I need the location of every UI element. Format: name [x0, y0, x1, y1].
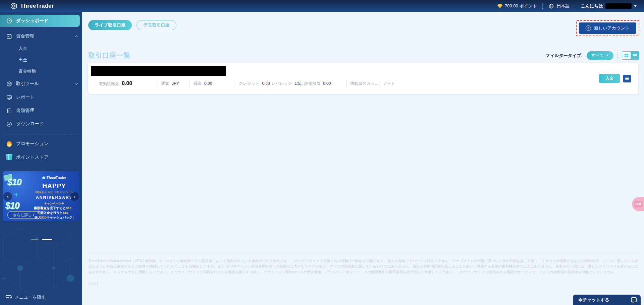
- sidebar-subitem-deposit[interactable]: 入金: [0, 44, 82, 54]
- filter-selected-value: すべて: [591, 53, 604, 58]
- language-selector[interactable]: 日本語: [548, 3, 570, 9]
- user-menu[interactable]: こんにちは: [581, 3, 637, 9]
- field-leverage: レバレッジ1:5...: [267, 80, 300, 87]
- gift-icon: [6, 154, 12, 160]
- sidebar-item-label: ポイントストア: [16, 154, 49, 160]
- field-pl: 評価損益0.00: [300, 80, 346, 87]
- banner-campaign-tag: キャンペーン中: [32, 202, 77, 206]
- filter-type-dropdown[interactable]: すべて: [587, 51, 613, 60]
- chevron-down-icon: [606, 55, 609, 56]
- download-icon: [6, 121, 12, 127]
- brand-name: ThreeTrader: [20, 3, 54, 9]
- points-display[interactable]: 700.00 ポイント: [497, 3, 537, 9]
- hide-menu-button[interactable]: メニューを隠す: [6, 294, 46, 300]
- chat-bubble-icon: [631, 297, 637, 302]
- grid-icon: [625, 54, 628, 57]
- carousel-dot-active[interactable]: [42, 239, 52, 240]
- banner-line-1: 書類審査を完了すると$10、: [32, 206, 77, 210]
- sidebar-subitem-withdrawal[interactable]: 出金: [0, 55, 82, 65]
- field-equity: 有効証拠金0.00: [95, 80, 157, 87]
- grid-view-button[interactable]: [622, 52, 631, 59]
- sidebar-item-label: プロモーション: [16, 141, 48, 147]
- translate-floating-button[interactable]: 中A: [632, 197, 644, 211]
- calendar-icon: [6, 33, 12, 39]
- red-dashed-highlight: + 新しいアカウント: [576, 20, 639, 36]
- sidebar-item-funds-management[interactable]: 資金管理: [0, 30, 82, 42]
- promo-banner[interactable]: $10 + $10 ThreeTrader HAPPY 3周年ありがとうキャンペ…: [3, 171, 79, 221]
- knot-logo-icon: [10, 2, 17, 10]
- sidebar-item-dashboard[interactable]: ダッシュボード: [0, 15, 80, 27]
- sidebar-item-label: ダウンロード: [16, 121, 44, 127]
- sidebar-divider: [4, 134, 78, 134]
- chevron-down-icon: [634, 5, 637, 7]
- new-account-label: 新しいアカウント: [594, 25, 630, 31]
- plus-icon: +: [14, 191, 18, 199]
- account-card: 有効証拠金0.00 通貨JPY 残高0.00 クレジット0.00 レバレッジ1:…: [88, 63, 638, 94]
- hamburger-icon: [625, 77, 629, 77]
- legal-disclaimer: ThreeTrader Global Limited（VFSC 40430）は、…: [88, 258, 638, 274]
- deposit-button[interactable]: 入金: [599, 74, 620, 83]
- filter-type-label: フィルタータイプ:: [546, 53, 583, 59]
- sidebar-subitem-transfer[interactable]: 資金移動: [0, 66, 82, 76]
- sidebar: ダッシュボード 資金管理 入金 出金 資金移動 取引ツール レポート 書類管理 …: [0, 12, 82, 305]
- carousel-next-button[interactable]: ›: [70, 192, 79, 201]
- redacted-account-name: [91, 66, 226, 76]
- carousel-prev-button[interactable]: ‹: [3, 192, 12, 201]
- banner-brand: ThreeTrader: [32, 176, 77, 180]
- account-type-tabs: ライブ取引口座 デモ取引口座: [88, 20, 176, 30]
- sidebar-item-label: レポート: [16, 94, 35, 100]
- banner-amount-2: $10: [5, 201, 19, 211]
- sidebar-item-documents[interactable]: 書類管理: [0, 105, 82, 117]
- sidebar-item-promotions[interactable]: プロモーション: [0, 138, 82, 150]
- flame-icon: [6, 141, 12, 147]
- list-view-button[interactable]: [631, 52, 639, 59]
- chevron-down-icon: [75, 82, 78, 85]
- chevron-up-icon: [75, 35, 78, 39]
- field-currency: 通貨JPY: [157, 80, 190, 87]
- plus-circle-icon: +: [586, 25, 591, 31]
- field-note: ノート: [379, 80, 409, 87]
- sidebar-item-downloads[interactable]: ダウンロード: [0, 118, 82, 130]
- points-label: 700.00 ポイント: [505, 3, 537, 9]
- topbar-divider: [542, 3, 543, 9]
- sidebar-item-label: 資金管理: [16, 33, 34, 39]
- carousel-dot[interactable]: [31, 239, 39, 240]
- field-credit: クレジット0.00: [235, 80, 267, 87]
- monitor-icon: [6, 94, 12, 100]
- new-account-button[interactable]: + 新しいアカウント: [579, 22, 636, 34]
- view-mode-toggle: [622, 51, 639, 60]
- chat-label: 今チャットする: [578, 297, 609, 303]
- language-label: 日本語: [556, 3, 570, 9]
- banner-subtitle: 3周年ありがとうキャンペーン: [32, 190, 77, 194]
- banner-cta-button[interactable]: さらに詳しく: [7, 211, 41, 219]
- page-title: 取引口座一覧: [88, 51, 130, 60]
- knot-logo-icon: [42, 176, 45, 179]
- carousel-indicators: [0, 239, 82, 240]
- sidebar-item-label: 書類管理: [16, 108, 34, 114]
- translate-icon: 中A: [634, 201, 643, 207]
- sidebar-item-reports[interactable]: レポート: [0, 91, 82, 103]
- top-bar: ThreeTrader 700.00 ポイント 日本語 こんにちは: [0, 0, 644, 12]
- gauge-icon: [6, 18, 12, 24]
- cube-icon: [6, 81, 12, 87]
- sidebar-item-trading-tools[interactable]: 取引ツール: [0, 78, 82, 90]
- vertical-divider: [618, 52, 618, 59]
- main-content: ライブ取引口座 デモ取引口座 + 新しいアカウント 取引口座一覧 フィルタータイ…: [82, 12, 644, 305]
- sidebar-item-point-store[interactable]: ポイントストア: [0, 151, 82, 163]
- topbar-divider: [575, 3, 575, 9]
- account-menu-button[interactable]: [623, 75, 631, 82]
- list-icon: [633, 53, 637, 58]
- account-fields-row: 有効証拠金0.00 通貨JPY 残高0.00 クレジット0.00 レバレッジ1:…: [95, 80, 409, 87]
- collapse-menu-icon: [6, 295, 11, 299]
- banner-title: HAPPY: [32, 182, 77, 190]
- tab-demo-accounts[interactable]: デモ取引口座: [137, 20, 176, 30]
- brand[interactable]: ThreeTrader: [10, 2, 54, 10]
- page-footer: ThreeTrader Global Limited（VFSC 40430）は、…: [88, 253, 638, 286]
- document-icon: [6, 108, 12, 114]
- version-label: V3.6.7: [88, 282, 638, 286]
- tab-live-accounts[interactable]: ライブ取引口座: [88, 20, 132, 30]
- greeting-label: こんにちは: [581, 3, 603, 9]
- chat-widget-button[interactable]: 今チャットする: [573, 295, 641, 305]
- gem-icon: [497, 4, 502, 8]
- banner-amount-1: $10: [7, 177, 21, 188]
